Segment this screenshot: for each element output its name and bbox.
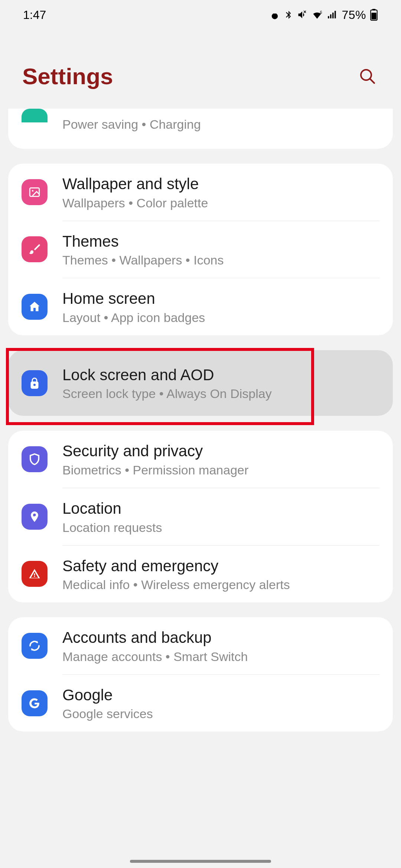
item-subtitle: Google services: [62, 707, 379, 721]
list-item-battery[interactable]: Power saving • Charging: [8, 109, 393, 138]
svg-rect-3: [371, 13, 376, 19]
item-title: Home screen: [62, 289, 379, 309]
item-subtitle: Screen lock type • Always On Display: [62, 387, 379, 401]
card-accounts-group: Accounts and backupManage accounts • Sma…: [8, 617, 393, 731]
item-subtitle: Themes • Wallpapers • Icons: [62, 253, 379, 267]
item-subtitle: Power saving • Charging: [62, 117, 379, 132]
pin-icon: [22, 504, 48, 530]
shield-icon: [22, 446, 48, 472]
list-item-accounts-and-backup[interactable]: Accounts and backupManage accounts • Sma…: [8, 617, 393, 674]
item-subtitle: Location requests: [62, 520, 379, 535]
svg-point-7: [32, 190, 33, 191]
search-button[interactable]: [356, 65, 379, 88]
alert-icon: [22, 561, 48, 587]
svg-text:6: 6: [320, 10, 322, 14]
item-title: Location: [62, 499, 379, 519]
list-item-location[interactable]: LocationLocation requests: [8, 488, 393, 545]
item-subtitle: Biometrics • Permission manager: [62, 463, 379, 477]
lock-icon: [22, 370, 48, 396]
item-subtitle: Wallpapers • Color palette: [62, 196, 379, 210]
google-icon: [22, 690, 48, 716]
item-title: Themes: [62, 231, 379, 252]
signal-icon: [327, 10, 338, 19]
list-item-google[interactable]: GoogleGoogle services: [8, 675, 393, 732]
bluetooth-icon: [284, 10, 293, 20]
item-title: Security and privacy: [62, 441, 379, 461]
card-security-group: Security and privacyBiometrics • Permiss…: [8, 431, 393, 602]
list-item-lock-screen-aod[interactable]: Lock screen and AOD Screen lock type • A…: [8, 350, 393, 416]
list-item-home-screen[interactable]: Home screenLayout • App icon badges: [8, 278, 393, 335]
list-item-safety-and-emergency[interactable]: Safety and emergencyMedical info • Wirel…: [8, 546, 393, 603]
list-item-security-and-privacy[interactable]: Security and privacyBiometrics • Permiss…: [8, 431, 393, 488]
partial-card: Power saving • Charging: [8, 109, 393, 149]
alarm-icon: [270, 10, 280, 20]
item-title: Wallpaper and style: [62, 174, 379, 194]
list-item-wallpaper-and-style[interactable]: Wallpaper and styleWallpapers • Color pa…: [8, 164, 393, 221]
card-lockscreen: Lock screen and AOD Screen lock type • A…: [8, 350, 393, 416]
battery-settings-icon: [22, 109, 48, 122]
item-title: Safety and emergency: [62, 556, 379, 576]
header: Settings: [0, 30, 401, 109]
item-subtitle: Manage accounts • Smart Switch: [62, 650, 379, 664]
status-bar: 1:47 6 75%: [0, 0, 401, 30]
battery-icon: [370, 9, 378, 21]
home-icon: [22, 294, 48, 320]
list-item-themes[interactable]: ThemesThemes • Wallpapers • Icons: [8, 221, 393, 278]
brush-icon: [22, 236, 48, 262]
card-display-group: Wallpaper and styleWallpapers • Color pa…: [8, 164, 393, 335]
status-icons: 6 75%: [270, 8, 378, 22]
battery-percent: 75%: [342, 8, 366, 22]
item-subtitle: Layout • App icon badges: [62, 310, 379, 325]
mute-icon: [297, 10, 307, 20]
gesture-nav-bar[interactable]: [130, 860, 271, 863]
image-icon: [22, 179, 48, 205]
svg-rect-2: [372, 9, 376, 10]
item-subtitle: Medical info • Wireless emergency alerts: [62, 578, 379, 592]
item-title: Accounts and backup: [62, 628, 379, 648]
item-title: Google: [62, 685, 379, 706]
wifi-icon: 6: [311, 10, 323, 20]
item-title: Lock screen and AOD: [62, 365, 379, 385]
status-time: 1:47: [23, 8, 46, 22]
sync-icon: [22, 633, 48, 659]
search-icon: [359, 68, 376, 85]
page-title: Settings: [22, 63, 113, 89]
svg-line-5: [370, 79, 374, 83]
settings-list: Power saving • Charging Wallpaper and st…: [0, 109, 401, 731]
